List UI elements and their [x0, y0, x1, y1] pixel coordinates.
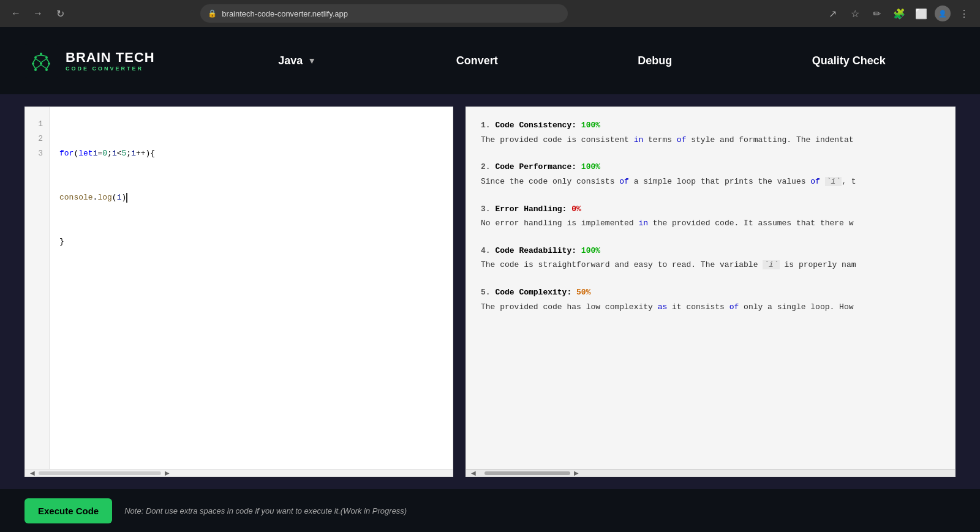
- nav-debug[interactable]: Debug: [625, 50, 684, 72]
- extensions-icon[interactable]: 🧩: [891, 5, 908, 22]
- refresh-button[interactable]: ↻: [51, 5, 69, 22]
- user-avatar[interactable]: 👤: [935, 6, 951, 21]
- quality-header-5: 5. Code Complexity: 50%: [481, 287, 940, 299]
- browser-nav: ← → ↻: [7, 5, 69, 22]
- nav-debug-label: Debug: [638, 54, 672, 67]
- q-num-3: 3.: [481, 204, 495, 214]
- q-pct-2: 100%: [581, 162, 600, 171]
- code-area[interactable]: for(let i=0;i<5;i++){ console.log(i) }: [50, 107, 453, 469]
- svg-rect-0: [24, 44, 58, 78]
- pencil-icon[interactable]: ✏: [869, 5, 886, 22]
- quality-desc-2: Since the code only consists of a simple…: [481, 176, 940, 189]
- editor-scrollbar[interactable]: ◀ ▶: [25, 469, 453, 476]
- line-num-1: 1: [31, 117, 43, 132]
- nav-java-label: Java: [278, 54, 303, 67]
- line-num-2: 2: [31, 132, 43, 146]
- footer-note: Note: Dont use extra spaces in code if y…: [124, 506, 407, 515]
- q-num-5: 5.: [481, 288, 495, 297]
- app-footer: Execute Code Note: Dont use extra spaces…: [0, 489, 980, 532]
- chevron-down-icon: ▼: [307, 56, 316, 66]
- code-editor-inner[interactable]: 1 2 3 for(let i=0;i<5;i++){ console.log(…: [25, 107, 453, 469]
- quality-desc-3: No error handling is implemented in the …: [481, 217, 940, 230]
- svg-point-2: [34, 56, 37, 59]
- url-text: braintech-code-converter.netlify.app: [222, 9, 348, 18]
- code-line-1: for(let i=0;i<5;i++){: [59, 146, 443, 161]
- q-label-4: Code Readability:: [495, 246, 581, 255]
- logo-icon: [24, 44, 58, 78]
- share-icon[interactable]: ↗: [824, 5, 842, 22]
- q-pct-3: 0%: [571, 204, 581, 214]
- address-bar[interactable]: 🔒 braintech-code-converter.netlify.app: [200, 4, 568, 23]
- app-header: BRAIN TECH CODE CONVERTER Java ▼ Convert…: [0, 27, 980, 94]
- svg-point-6: [48, 62, 50, 65]
- logo-subtitle: CODE CONVERTER: [66, 66, 155, 72]
- output-panel: 1. Code Consistency: 100% The provided c…: [466, 107, 956, 477]
- code-line-3: }: [59, 234, 443, 249]
- output-content[interactable]: 1. Code Consistency: 100% The provided c…: [466, 107, 955, 469]
- q-label-5: Code Complexity:: [495, 288, 576, 297]
- nav-items: Java ▼ Convert Debug Quality Check: [208, 50, 956, 72]
- logo-area: BRAIN TECH CODE CONVERTER: [24, 44, 208, 78]
- q-pct-4: 100%: [581, 246, 600, 255]
- code-editor-panel: 1 2 3 for(let i=0;i<5;i++){ console.log(…: [24, 107, 453, 477]
- execute-code-button[interactable]: Execute Code: [24, 498, 112, 523]
- quality-header-4: 4. Code Readability: 100%: [481, 245, 940, 257]
- scroll-left-arrow[interactable]: ◀: [28, 468, 37, 477]
- main-content: 1 2 3 for(let i=0;i<5;i++){ console.log(…: [0, 94, 980, 489]
- quality-desc-5: The provided code has low complexity as …: [481, 301, 940, 314]
- nav-quality-check-label: Quality Check: [812, 54, 886, 67]
- forward-button[interactable]: →: [29, 5, 47, 22]
- q-num-2: 2.: [481, 162, 495, 171]
- nav-convert[interactable]: Convert: [444, 50, 510, 72]
- output-scroll-left-arrow[interactable]: ◀: [469, 468, 478, 477]
- nav-java[interactable]: Java ▼: [266, 50, 328, 72]
- quality-section-5: 5. Code Complexity: 50% The provided cod…: [481, 287, 940, 313]
- line-num-3: 3: [31, 146, 43, 161]
- line-numbers: 1 2 3: [25, 107, 50, 469]
- svg-point-7: [34, 69, 37, 71]
- svg-point-8: [45, 69, 48, 71]
- quality-header-2: 2. Code Performance: 100%: [481, 161, 940, 173]
- quality-section-2: 2. Code Performance: 100% Since the code…: [481, 161, 940, 188]
- code-line-2: console.log(i): [59, 190, 443, 205]
- back-button[interactable]: ←: [7, 5, 24, 22]
- q-num-1: 1.: [481, 121, 495, 130]
- scrollbar-thumb[interactable]: [39, 471, 161, 475]
- nav-convert-label: Convert: [456, 54, 498, 67]
- quality-header-3: 3. Error Handling: 0%: [481, 203, 940, 215]
- output-scrollbar-thumb[interactable]: [484, 471, 570, 475]
- svg-point-1: [40, 53, 42, 55]
- q-label-2: Code Performance:: [495, 162, 581, 171]
- nav-quality-check[interactable]: Quality Check: [800, 50, 898, 72]
- q-pct-5: 50%: [576, 288, 590, 297]
- logo-title: BRAIN TECH: [66, 50, 155, 66]
- q-label-3: Error Handling:: [495, 204, 571, 214]
- quality-desc-4: The code is straightforward and easy to …: [481, 259, 940, 272]
- quality-section-4: 4. Code Readability: 100% The code is st…: [481, 245, 940, 272]
- svg-point-3: [45, 56, 48, 59]
- q-pct-1: 100%: [581, 121, 600, 130]
- logo-text: BRAIN TECH CODE CONVERTER: [66, 50, 155, 72]
- browser-actions: ↗ ☆ ✏ 🧩 ⬜ 👤 ⋮: [824, 5, 973, 22]
- q-label-1: Code Consistency:: [495, 121, 581, 130]
- scroll-right-arrow[interactable]: ▶: [162, 468, 172, 477]
- output-scrollbar[interactable]: ◀ ▶: [466, 469, 955, 476]
- quality-desc-1: The provided code is consistent in terms…: [481, 134, 940, 147]
- output-scroll-right-arrow[interactable]: ▶: [571, 468, 581, 477]
- tab-icon[interactable]: ⬜: [913, 5, 930, 22]
- q-num-4: 4.: [481, 246, 495, 255]
- svg-point-4: [32, 62, 34, 65]
- quality-header-1: 1. Code Consistency: 100%: [481, 119, 940, 132]
- browser-chrome: ← → ↻ 🔒 braintech-code-converter.netlify…: [0, 0, 980, 27]
- quality-section-3: 3. Error Handling: 0% No error handling …: [481, 203, 940, 230]
- lock-icon: 🔒: [208, 9, 217, 18]
- svg-point-5: [40, 62, 42, 65]
- bookmark-icon[interactable]: ☆: [846, 5, 864, 22]
- menu-icon[interactable]: ⋮: [956, 5, 973, 22]
- quality-section-1: 1. Code Consistency: 100% The provided c…: [481, 119, 940, 146]
